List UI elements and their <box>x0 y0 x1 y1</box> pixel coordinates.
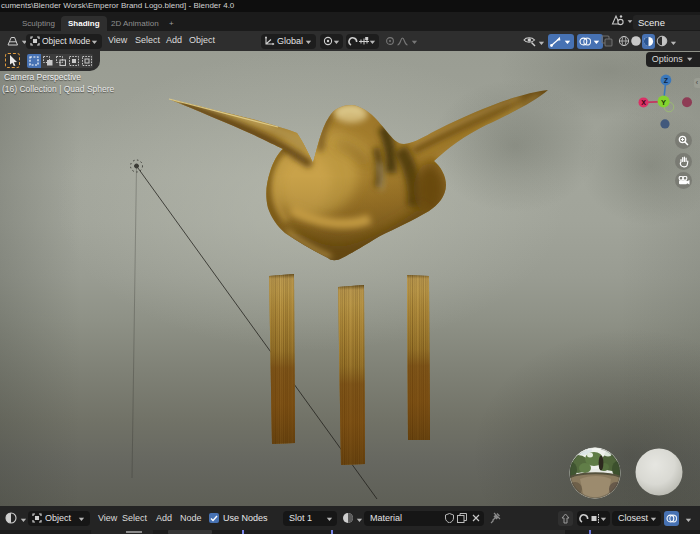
svg-text:Y: Y <box>661 98 666 107</box>
svg-text:X: X <box>641 99 646 106</box>
svg-text:Z: Z <box>664 77 669 84</box>
